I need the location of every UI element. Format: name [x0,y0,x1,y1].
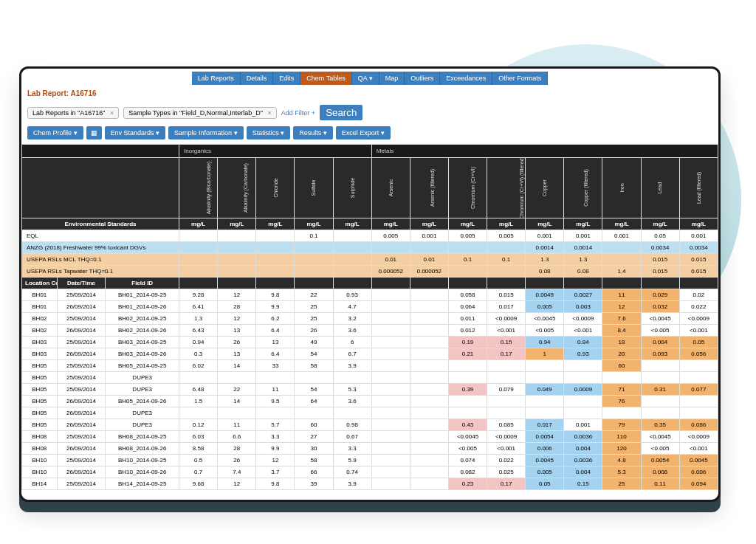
column-header[interactable]: Iron [602,158,641,218]
table-row[interactable]: BH0326/09/2014BH03_2014-09-260.3136.4546… [22,348,718,360]
close-icon[interactable]: × [110,109,114,117]
column-header[interactable]: Copper (filtered) [564,158,602,218]
value-cell: 9.9 [256,443,295,455]
close-icon[interactable]: × [268,109,272,117]
value-cell: 5.3 [602,466,641,478]
column-header[interactable]: Sulphide [333,158,371,218]
table-row[interactable]: BH0825/09/2014BH08_2014-09-256.036.63.32… [22,431,718,443]
standard-value: 0.01 [410,254,448,266]
location-cell: BH08 [22,431,58,443]
column-header[interactable]: Alkalinity (Carbonate) [218,158,256,218]
standard-value: 0.005 [487,230,526,242]
nav-map[interactable]: Map [379,72,405,85]
column-header[interactable]: Chromium (Cr+VI) [448,158,487,218]
value-cell: 9.8 [256,478,295,490]
nav-chem-tables[interactable]: Chem Tables [300,72,351,85]
location-cell: BH05 [22,419,58,431]
value-cell: 3.6 [333,325,371,337]
table-row[interactable]: BH0526/09/2014BH05_2014-09-261.5149.5643… [22,396,718,407]
value-cell [641,407,679,419]
value-cell: 39 [295,478,333,490]
view-grid-button[interactable]: ▦ [86,126,102,140]
standard-value [295,254,333,266]
table-row[interactable]: BH0525/09/2014DUPE3 [22,372,718,384]
standard-value: 0.015 [679,266,718,278]
filter-chip-sample-types[interactable]: Sample Types in "Field_D,Normal,Interlab… [123,107,277,119]
value-cell [371,301,410,313]
location-cell: BH05 [22,396,58,407]
column-header[interactable]: Lead [641,158,679,218]
nav-other-formats[interactable]: Other Formats [492,72,548,85]
table-row[interactable]: BH0126/09/2014BH01_2014-09-266.41289.925… [22,301,718,313]
value-cell: 0.064 [448,301,487,313]
value-cell: 12 [602,301,641,313]
table-row[interactable]: BH0125/09/2014BH01_2014-09-259.28129.822… [22,289,718,301]
unit-label: mg/L [602,218,641,230]
value-cell: 9.9 [256,301,295,313]
data-column-header[interactable]: Date/Time [57,278,106,289]
table-row[interactable]: BH0325/09/2014BH03_2014-09-250.942613496… [22,337,718,348]
column-header[interactable]: Arsenic (filtered) [410,158,448,218]
value-cell: 4.7 [333,301,371,313]
standard-value: 0.001 [564,230,602,242]
search-button[interactable]: Search [320,105,362,120]
value-cell: 13 [218,348,256,360]
standard-value [333,242,371,254]
table-row[interactable]: BH1025/09/2014BH10_2014-09-250.52612585.… [22,455,718,466]
value-cell: 60 [295,419,333,431]
value-cell: 9.68 [179,478,218,490]
column-header[interactable]: Sulfate [295,158,333,218]
nav-lab-reports[interactable]: Lab Reports [192,72,241,85]
filter-chip-lab-reports[interactable]: Lab Reports in "A16716" × [27,107,119,119]
value-cell: 7.6 [602,313,641,325]
value-cell: <0.001 [487,443,526,455]
nav-qa-[interactable]: QA ▾ [352,72,379,85]
nav-exceedances[interactable]: Exceedances [440,72,492,85]
column-header[interactable]: Chloride [256,158,295,218]
value-cell: 12 [256,455,295,466]
table-row[interactable]: BH0226/09/2014BH02_2014-09-266.43136.426… [22,325,718,337]
standard-value [256,230,295,242]
column-header[interactable]: Alkalinity (Bicarbonate) [179,158,218,218]
value-cell: 12 [218,478,256,490]
data-column-header[interactable]: Field ID [106,278,179,289]
standard-value [448,266,487,278]
value-cell: 26 [218,337,256,348]
column-header[interactable]: Lead (filtered) [679,158,718,218]
statistics-dropdown[interactable]: Statistics ▾ [247,126,291,140]
data-column-header[interactable]: Location Code [22,278,58,289]
standard-value [333,230,371,242]
sample-info-dropdown[interactable]: Sample Information ▾ [168,126,244,140]
column-header[interactable]: Chromium (Cr+VI) (filtered) [487,158,526,218]
value-cell [410,372,448,384]
env-standards-dropdown[interactable]: Env Standards ▾ [105,126,166,140]
nav-details[interactable]: Details [241,72,274,85]
chem-profile-dropdown[interactable]: Chem Profile ▾ [27,126,83,140]
table-row[interactable]: BH0225/09/2014BH02_2014-09-251.3126.2253… [22,313,718,325]
table-row[interactable]: BH1425/09/2014BH14_2014-09-259.68129.839… [22,478,718,490]
data-grid-scroll[interactable]: InorganicsMetalsAlkalinity (Bicarbonate)… [21,144,718,498]
value-cell [679,372,718,384]
table-row[interactable]: BH0826/09/2014BH08_2014-09-268.58289.930… [22,443,718,455]
column-header[interactable]: Arsenic [371,158,410,218]
value-cell: 0.21 [448,348,487,360]
table-row[interactable]: BH1026/09/2014BH10_2014-09-260.77.43.766… [22,466,718,478]
field-id-cell: BH08_2014-09-25 [106,431,179,443]
add-filter-link[interactable]: Add Filter + [281,109,315,117]
excel-export-dropdown[interactable]: Excel Export ▾ [336,126,391,140]
value-cell: 1 [526,348,564,360]
value-cell: 33 [256,360,295,372]
table-row[interactable]: BH0525/09/2014DUPE36.482211545.30.390.07… [22,384,718,396]
results-dropdown[interactable]: Results ▾ [293,126,333,140]
column-header[interactable]: Copper [526,158,564,218]
nav-outliers[interactable]: Outliers [405,72,440,85]
nav-edits[interactable]: Edits [273,72,300,85]
unit-label: mg/L [448,218,487,230]
table-row[interactable]: BH0526/09/2014DUPE3 [22,407,718,419]
value-cell [410,419,448,431]
table-row[interactable]: BH0525/09/2014BH05_2014-09-256.021433583… [22,360,718,372]
standard-value [218,230,256,242]
standard-value: 0.005 [448,230,487,242]
value-cell: 25 [295,301,333,313]
table-row[interactable]: BH0526/09/2014DUPE30.12115.7600.980.430.… [22,419,718,431]
